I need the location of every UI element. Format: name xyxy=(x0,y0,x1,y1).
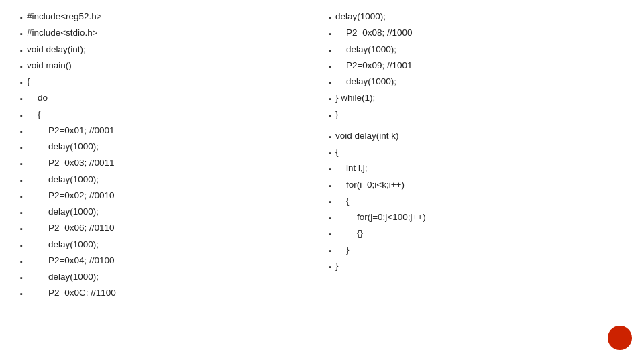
code-text: P2=0x02; //0010 xyxy=(27,189,115,202)
bullet-icon: ▪ xyxy=(329,45,331,56)
code-line: ▪P2=0x01; //0001 xyxy=(20,124,315,137)
code-text: do xyxy=(27,91,48,105)
bullet-icon: ▪ xyxy=(20,77,23,88)
code-line: ▪} xyxy=(329,108,624,121)
bullet-icon: ▪ xyxy=(20,256,23,267)
bullet-icon: ▪ xyxy=(329,213,331,224)
bullet-icon: ▪ xyxy=(329,164,331,175)
code-line: ▪P2=0x0C; //1100 xyxy=(20,286,315,300)
bullet-icon: ▪ xyxy=(329,131,331,143)
code-line: ▪} xyxy=(329,259,624,273)
code-line: ▪{ xyxy=(20,108,315,121)
bullet-icon: ▪ xyxy=(329,110,331,121)
code-line: ▪delay(1000); xyxy=(20,140,315,154)
code-text: for(j=0;j<100;j++) xyxy=(335,210,426,224)
bullet-icon: ▪ xyxy=(329,147,331,159)
code-text: delay(1000); xyxy=(27,140,99,154)
code-text: delay(1000); xyxy=(27,238,99,251)
code-text: } xyxy=(335,243,350,257)
bullet-icon: ▪ xyxy=(329,93,331,105)
bullet-icon: ▪ xyxy=(20,93,23,105)
bullet-icon: ▪ xyxy=(20,175,23,186)
code-text: P2=0x08; //1000 xyxy=(335,26,413,40)
code-text: delay(1000); xyxy=(335,10,386,23)
code-text: P2=0x0C; //1100 xyxy=(27,286,116,300)
code-text: { xyxy=(335,194,350,208)
code-text: } while(1); xyxy=(335,91,375,105)
code-line: ▪} while(1); xyxy=(329,91,624,105)
code-text: int i,j; xyxy=(335,162,368,175)
bullet-icon: ▪ xyxy=(329,180,331,192)
red-circle-indicator xyxy=(608,326,632,350)
code-text: P2=0x03; //0011 xyxy=(27,156,115,170)
bullet-icon: ▪ xyxy=(20,28,23,40)
code-text: { xyxy=(27,75,30,88)
code-line: ▪delay(1000); xyxy=(329,75,624,88)
code-line: ▪P2=0x02; //0010 xyxy=(20,189,315,202)
code-text: {} xyxy=(335,227,363,240)
code-text: } xyxy=(335,259,339,273)
code-line: ▪{ xyxy=(20,75,315,88)
bullet-icon: ▪ xyxy=(329,245,331,257)
code-line: ▪delay(1000); xyxy=(20,270,315,284)
bullet-icon: ▪ xyxy=(20,110,23,121)
code-text: delay(1000); xyxy=(27,270,99,284)
bullet-icon: ▪ xyxy=(20,288,23,300)
code-line: ▪void main() xyxy=(20,59,315,72)
bullet-icon: ▪ xyxy=(329,77,331,88)
code-text: for(i=0;i<k;i++) xyxy=(335,178,405,192)
bullet-icon: ▪ xyxy=(20,207,23,219)
bullet-icon: ▪ xyxy=(20,45,23,56)
code-line: ▪P2=0x08; //1000 xyxy=(329,26,624,40)
code-line: ▪for(j=0;j<100;j++) xyxy=(329,210,624,224)
code-text: #include<reg52.h> xyxy=(27,10,102,23)
code-line: ▪{ xyxy=(329,194,624,208)
code-text: void delay(int k) xyxy=(335,129,399,143)
bullet-icon: ▪ xyxy=(329,12,331,23)
code-line: ▪} xyxy=(329,243,624,257)
code-text: #include<stdio.h> xyxy=(27,26,98,40)
code-text: delay(1000); xyxy=(335,75,396,88)
right-column: ▪delay(1000);▪P2=0x08; //1000▪delay(1000… xyxy=(322,7,631,355)
code-text: { xyxy=(27,108,41,121)
bullet-icon: ▪ xyxy=(329,61,331,72)
bullet-icon: ▪ xyxy=(20,142,23,154)
code-text: P2=0x09; //1001 xyxy=(335,59,413,72)
main-content: ▪#include<reg52.h>▪#include<stdio.h>▪voi… xyxy=(0,0,644,362)
code-text: void delay(int); xyxy=(27,43,86,56)
bullet-icon: ▪ xyxy=(329,196,331,208)
bullet-icon: ▪ xyxy=(20,223,23,235)
left-column: ▪#include<reg52.h>▪#include<stdio.h>▪voi… xyxy=(13,7,322,355)
bullet-icon: ▪ xyxy=(20,158,23,170)
bullet-icon: ▪ xyxy=(329,229,331,240)
bullet-icon: ▪ xyxy=(20,272,23,284)
code-line: ▪{} xyxy=(329,227,624,240)
code-line: ▪P2=0x06; //0110 xyxy=(20,221,315,235)
code-line: ▪int i,j; xyxy=(329,162,624,175)
code-line: ▪P2=0x04; //0100 xyxy=(20,254,315,267)
code-line: ▪delay(1000); xyxy=(329,10,624,23)
code-text: { xyxy=(335,145,339,159)
code-text: P2=0x04; //0100 xyxy=(27,254,115,267)
code-line: ▪#include<stdio.h> xyxy=(20,26,315,40)
bullet-icon: ▪ xyxy=(20,191,23,202)
code-line: ▪{ xyxy=(329,145,624,159)
bullet-icon: ▪ xyxy=(20,61,23,72)
bullet-icon: ▪ xyxy=(329,261,331,273)
code-line: ▪for(i=0;i<k;i++) xyxy=(329,178,624,192)
code-line: ▪do xyxy=(20,91,315,105)
code-text: } xyxy=(335,108,339,121)
code-text: P2=0x01; //0001 xyxy=(27,124,115,137)
bullet-icon: ▪ xyxy=(20,240,23,251)
code-text: delay(1000); xyxy=(27,205,99,219)
code-line: ▪delay(1000); xyxy=(20,173,315,186)
code-line: ▪void delay(int); xyxy=(20,43,315,56)
code-line: ▪delay(1000); xyxy=(329,43,624,56)
code-line: ▪P2=0x03; //0011 xyxy=(20,156,315,170)
code-text: delay(1000); xyxy=(335,43,396,56)
code-text: P2=0x06; //0110 xyxy=(27,221,115,235)
code-line: ▪P2=0x09; //1001 xyxy=(329,59,624,72)
code-text: void main() xyxy=(27,59,72,72)
bullet-icon: ▪ xyxy=(329,28,331,40)
code-line: ▪void delay(int k) xyxy=(329,129,624,143)
